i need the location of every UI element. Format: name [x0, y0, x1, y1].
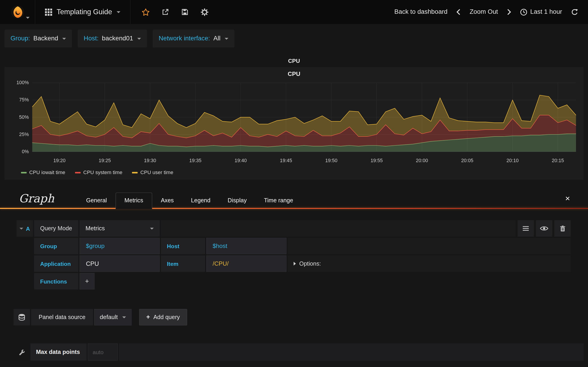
chart-title: CPU	[8, 69, 580, 78]
back-to-dashboard-link[interactable]: Back to dashboard	[394, 8, 447, 16]
application-field-value: CPU	[86, 260, 99, 267]
cpu-chart[interactable]: 0%25%50%75%100%19:2019:2519:3019:3519:40…	[8, 78, 580, 168]
time-shift-forward-button[interactable]	[507, 9, 511, 15]
save-button[interactable]	[181, 8, 189, 16]
datasource-dropdown[interactable]: default	[94, 309, 132, 325]
legend-item[interactable]: CPU iowait time	[21, 170, 65, 175]
chevron-down-icon	[225, 38, 228, 40]
svg-text:19:20: 19:20	[53, 158, 65, 163]
settings-button[interactable]	[200, 8, 208, 16]
host-field-value: $host	[213, 243, 227, 249]
chevron-down-icon	[122, 316, 126, 318]
legend-item[interactable]: CPU user time	[132, 170, 173, 175]
application-field-input[interactable]: CPU	[79, 255, 160, 272]
add-query-button[interactable]: + Add query	[139, 309, 187, 325]
share-button[interactable]	[162, 8, 169, 16]
query-ref-id: A	[26, 225, 30, 232]
svg-text:19:30: 19:30	[144, 158, 156, 163]
query-row-group-host: Group $group Host $host	[17, 238, 571, 254]
group-field-input[interactable]: $group	[79, 238, 160, 254]
svg-text:25%: 25%	[19, 132, 29, 137]
wrench-icon	[19, 349, 25, 355]
dashboard-title-dropdown[interactable]: Templating Guide	[35, 0, 130, 24]
host-field-input[interactable]: $host	[206, 238, 286, 254]
svg-text:75%: 75%	[19, 97, 29, 102]
chevron-left-icon	[457, 9, 461, 15]
svg-text:20:05: 20:05	[461, 158, 473, 163]
query-toggle-visibility-button[interactable]	[536, 220, 552, 237]
dashboard-actions	[130, 0, 220, 24]
variable-host-dropdown[interactable]: Host: backend01	[78, 30, 147, 48]
chevron-down-icon	[137, 38, 141, 40]
legend-swatch	[21, 172, 26, 173]
query-editor: A Query Mode Metrics	[17, 220, 571, 290]
item-field-input[interactable]: /CPU/	[206, 255, 286, 272]
group-field-value: $group	[86, 243, 104, 249]
panel-type-title: Graph	[19, 192, 54, 205]
tab-display[interactable]: Display	[219, 193, 255, 208]
datasource-row: Panel data source default + Add query	[14, 309, 588, 325]
tab-axes[interactable]: Axes	[152, 193, 182, 208]
chevron-right-icon	[294, 262, 296, 265]
variable-label: Host:	[84, 35, 99, 42]
star-icon	[142, 8, 149, 16]
chevron-down-icon	[26, 17, 30, 19]
svg-text:19:40: 19:40	[234, 158, 247, 163]
query-row-filler: Options:	[288, 255, 571, 272]
query-menu-button[interactable]	[518, 220, 534, 237]
item-field-value: /CPU/	[213, 260, 229, 267]
max-data-points-label: Max data points	[30, 343, 86, 361]
advanced-options-icon-cell	[14, 343, 29, 361]
tab-general[interactable]: General	[78, 193, 115, 208]
application-field-label: Application	[34, 255, 78, 272]
clock-icon	[520, 8, 527, 16]
datasource-icon-button[interactable]	[14, 309, 30, 325]
svg-text:19:55: 19:55	[371, 158, 383, 163]
tab-time-range[interactable]: Time range	[255, 193, 302, 208]
options-toggle[interactable]: Options:	[294, 260, 321, 267]
dashboard-title: Templating Guide	[57, 8, 112, 16]
legend-item[interactable]: CPU system time	[75, 170, 122, 175]
graph-panel: CPU 0%25%50%75%100%19:2019:2519:3019:351…	[5, 67, 584, 180]
variable-netif-dropdown[interactable]: Network interface: All	[153, 30, 234, 48]
time-picker-button[interactable]: Last 1 hour	[520, 8, 562, 16]
tab-metrics[interactable]: Metrics	[115, 192, 152, 209]
query-row-application-item: Application CPU Item /CPU/ Options:	[17, 255, 571, 272]
query-mode-value: Metrics	[86, 225, 105, 232]
options-label: Options:	[299, 260, 321, 267]
trash-icon	[560, 225, 565, 232]
chevron-right-icon	[507, 9, 511, 15]
query-row-filler	[288, 238, 571, 254]
group-field-label: Group	[34, 238, 78, 254]
grafana-menu-button[interactable]	[0, 0, 35, 24]
functions-label: Functions	[34, 273, 78, 290]
svg-text:19:25: 19:25	[99, 158, 111, 163]
panel-title[interactable]: CPU	[288, 58, 300, 64]
svg-text:20:10: 20:10	[506, 158, 519, 163]
datasource-label: Panel data source	[31, 309, 93, 325]
grafana-app: Templating Guide	[0, 0, 588, 367]
tab-legend[interactable]: Legend	[182, 193, 219, 208]
dashboard-grid-icon	[45, 8, 52, 16]
panel-header: CPU	[0, 54, 588, 67]
time-shift-back-button[interactable]	[457, 9, 461, 15]
chevron-down-icon	[150, 227, 154, 229]
save-icon	[181, 8, 189, 16]
chevron-down-icon	[62, 38, 66, 40]
query-collapse-toggle[interactable]: A	[17, 220, 33, 237]
variable-group-dropdown[interactable]: Group: Backend	[5, 30, 72, 48]
plus-icon: +	[146, 314, 150, 321]
chart-area[interactable]: 0%25%50%75%100%19:2019:2519:3019:3519:40…	[8, 78, 580, 168]
max-data-points-input[interactable]	[88, 343, 118, 361]
zoom-out-button[interactable]: Zoom Out	[470, 8, 498, 16]
close-icon[interactable]: ×	[565, 194, 570, 202]
query-delete-button[interactable]	[554, 220, 571, 237]
query-mode-dropdown[interactable]: Metrics	[79, 220, 160, 237]
query-mode-label: Query Mode	[34, 220, 78, 237]
refresh-button[interactable]	[571, 8, 578, 16]
svg-text:19:35: 19:35	[189, 158, 201, 163]
variable-value: Backend	[33, 35, 58, 42]
star-button[interactable]	[142, 8, 149, 16]
add-function-button[interactable]: +	[79, 273, 95, 290]
query-row-a: A Query Mode Metrics	[17, 220, 571, 237]
